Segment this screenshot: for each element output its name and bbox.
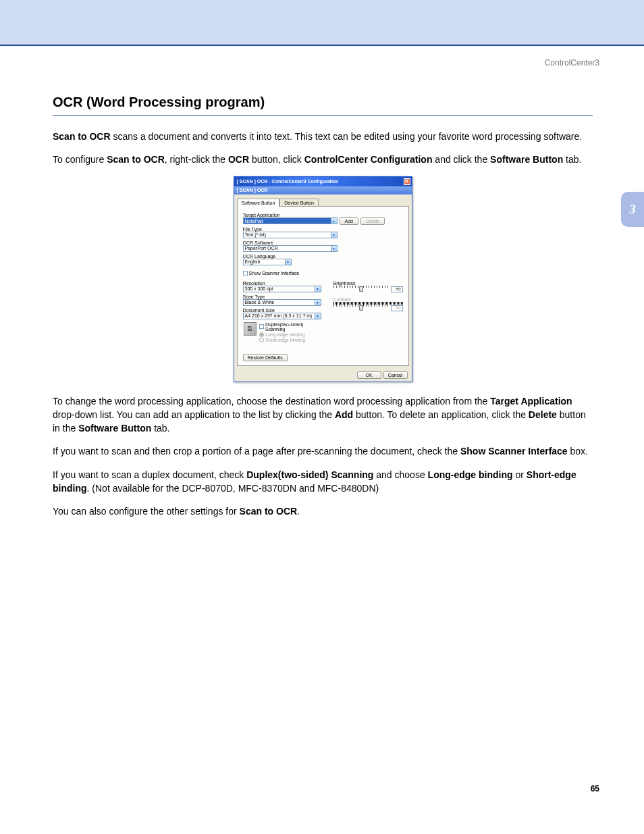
chevron-down-icon: ▾ bbox=[331, 218, 337, 224]
file-type-dropdown[interactable]: Text (*.txt)▾ bbox=[243, 232, 338, 238]
paragraph-6: You can also configure the other setting… bbox=[53, 504, 593, 518]
add-button[interactable]: Add bbox=[340, 217, 358, 225]
paragraph-5: If you want to scan a duplex document, c… bbox=[53, 468, 593, 496]
restore-defaults-button[interactable]: Restore Defaults bbox=[243, 354, 288, 361]
cancel-button[interactable]: Cancel bbox=[383, 371, 408, 379]
contrast-label: Contrast bbox=[333, 297, 403, 302]
tab-strip: Software Button Device Button bbox=[234, 194, 412, 207]
dialog-footer: OK Cancel bbox=[234, 369, 412, 382]
radio-icon bbox=[259, 338, 264, 342]
chevron-down-icon: ▾ bbox=[331, 246, 337, 251]
document-size-label: Document Size bbox=[243, 308, 324, 313]
ocr-language-dropdown[interactable]: English▾ bbox=[243, 259, 292, 265]
header-section-name: ControlCenter3 bbox=[545, 58, 599, 68]
brightness-slider[interactable] bbox=[359, 286, 363, 292]
checkbox-icon bbox=[243, 271, 248, 276]
file-type-label: File Type bbox=[243, 227, 403, 232]
duplex-scanning-checkbox[interactable]: Duplex(two-sided) Scanning bbox=[259, 322, 323, 332]
ocr-language-label: OCR Language bbox=[243, 254, 403, 259]
ocr-software-dropdown[interactable]: PaperPort OCR▾ bbox=[243, 245, 338, 252]
document-size-dropdown[interactable]: A4 210 x 297 mm (8.3 x 11.7 in)▾ bbox=[243, 313, 321, 319]
short-edge-binding-radio[interactable]: Short-edge binding bbox=[259, 338, 323, 342]
page-content: OCR (Word Processing program) Scan to OC… bbox=[53, 95, 593, 528]
checkbox-icon bbox=[259, 324, 264, 329]
scan-type-dropdown[interactable]: Black & White▾ bbox=[243, 299, 321, 306]
paragraph-4: If you want to scan and then crop a port… bbox=[53, 444, 593, 458]
contrast-slider[interactable] bbox=[359, 305, 363, 311]
page-title: OCR (Word Processing program) bbox=[53, 95, 593, 116]
long-edge-binding-radio[interactable]: Long-edge binding bbox=[259, 332, 323, 337]
show-scanner-interface-checkbox[interactable]: Show Scanner Interface bbox=[243, 271, 300, 276]
contrast-value: 50 bbox=[391, 305, 403, 311]
tab-panel: Target Application NotePad▾ Add Delete F… bbox=[237, 206, 409, 366]
dialog-breadcrumb: [ SCAN ] OCR bbox=[234, 186, 412, 194]
brightness-value[interactable]: 50 bbox=[391, 286, 403, 292]
target-application-label: Target Application bbox=[243, 213, 403, 217]
config-dialog: [ SCAN ] OCR - ControlCenter3 Configurat… bbox=[234, 176, 412, 382]
delete-button[interactable]: Delete bbox=[360, 217, 385, 225]
resolution-label: Resolution bbox=[243, 281, 324, 286]
paragraph-3: To change the word processing applicatio… bbox=[53, 394, 593, 436]
chevron-down-icon: ▾ bbox=[315, 300, 321, 305]
paragraph-1: Scan to OCR scans a document and convert… bbox=[53, 130, 593, 143]
brightness-label: Brightness bbox=[333, 281, 403, 286]
top-band bbox=[0, 0, 644, 46]
dialog-titlebar: [ SCAN ] OCR - ControlCenter3 Configurat… bbox=[234, 177, 412, 186]
dialog-title: [ SCAN ] OCR - ControlCenter3 Configurat… bbox=[237, 179, 339, 184]
chevron-down-icon: ▾ bbox=[331, 232, 337, 238]
radio-icon bbox=[259, 332, 264, 337]
scanner-icon: 🗎 bbox=[244, 322, 257, 336]
tab-software-button[interactable]: Software Button bbox=[237, 199, 280, 207]
ok-button[interactable]: OK bbox=[357, 371, 381, 379]
target-application-dropdown[interactable]: NotePad▾ bbox=[243, 217, 338, 224]
chevron-down-icon: ▾ bbox=[315, 313, 321, 319]
scan-type-label: Scan Type bbox=[243, 294, 324, 299]
close-icon[interactable]: ✕ bbox=[404, 178, 410, 185]
paragraph-2: To configure Scan to OCR, right-click th… bbox=[53, 153, 593, 166]
ocr-software-label: OCR Software bbox=[243, 240, 403, 245]
dialog-screenshot: [ SCAN ] OCR - ControlCenter3 Configurat… bbox=[53, 176, 593, 382]
page-number: 65 bbox=[591, 784, 599, 793]
chapter-tab: 3 bbox=[621, 192, 644, 227]
chevron-down-icon: ▾ bbox=[285, 259, 291, 265]
resolution-dropdown[interactable]: 300 x 300 dpi▾ bbox=[243, 286, 321, 292]
chevron-down-icon: ▾ bbox=[315, 286, 321, 292]
